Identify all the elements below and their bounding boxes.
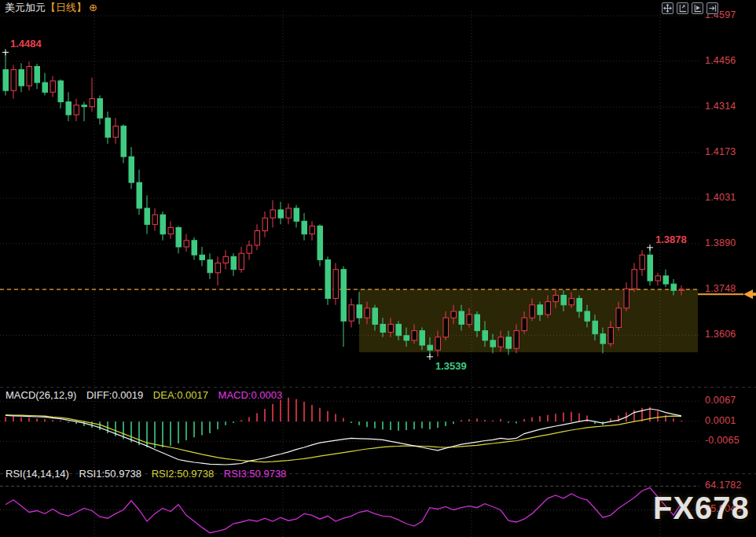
candle-down	[160, 215, 166, 234]
candle-down	[585, 311, 590, 321]
price-axis-label: 1.3890	[705, 237, 736, 248]
candle-down	[19, 70, 24, 86]
macd-macd-value: MACD:0.0003	[218, 389, 283, 401]
candle-down	[294, 208, 299, 221]
candle-up	[365, 308, 370, 318]
rsi-line	[6, 487, 681, 532]
jump-to-latest-icon	[708, 4, 717, 13]
low-price-label: 1.3539	[435, 360, 467, 372]
macd-axis-label: -0.0065	[705, 435, 739, 446]
candle-up	[655, 276, 661, 281]
candle-down	[483, 331, 488, 340]
candle-up	[530, 305, 535, 318]
auto-scroll-icon	[693, 4, 702, 13]
rsi-axis-label: 64.1782	[705, 480, 742, 491]
support-zone	[359, 289, 698, 352]
candle-down	[121, 126, 127, 156]
candle-down	[357, 305, 362, 318]
rsi-readout: RSI(14,14,14) RSI1:50.9738 RSI2:50.9738 …	[6, 468, 293, 480]
candle-down	[176, 227, 182, 247]
candle-down	[490, 340, 496, 347]
candle-up	[152, 215, 158, 224]
macd-readout: MACD(26,12,9) DIFF:0.0019 DEA:0.0017 MAC…	[6, 389, 289, 401]
price-axis-label: 1.4456	[705, 55, 736, 66]
candle-down	[145, 208, 150, 225]
price-axis-label: 1.3606	[705, 329, 736, 340]
candle-up	[522, 318, 527, 330]
macd-diff-line	[6, 409, 681, 465]
auto-scroll-button[interactable]	[692, 2, 703, 14]
candle-down	[137, 182, 142, 208]
candle-up	[679, 289, 684, 290]
candle-up	[11, 70, 17, 91]
candle-down	[129, 156, 134, 182]
chart-canvas[interactable]	[0, 0, 756, 537]
macd-dea-line	[6, 415, 681, 462]
candle-up	[498, 337, 504, 347]
current-price-arrow-icon	[743, 289, 756, 299]
macd-axis-label: 0.0067	[705, 395, 736, 406]
candle-up	[467, 314, 472, 324]
candle-down	[648, 255, 653, 281]
candle-down	[538, 305, 543, 314]
period-label[interactable]: 【日线】	[46, 2, 86, 13]
candle-down	[82, 105, 87, 107]
candle-up	[616, 308, 622, 328]
candle-down	[459, 311, 464, 324]
macd-params-label: MACD(26,12,9)	[6, 389, 76, 401]
axis-scale-icon	[678, 4, 687, 13]
candle-down	[420, 331, 425, 345]
candle-down	[663, 276, 669, 284]
candle-down	[475, 314, 480, 331]
price-axis-label: 1.4173	[705, 146, 736, 157]
jump-to-latest-button[interactable]	[706, 2, 718, 14]
candle-down	[207, 259, 213, 272]
candle-down	[302, 221, 307, 234]
candle-down	[42, 83, 48, 92]
high-price-label: 1.4484	[10, 38, 42, 50]
pan-tool-button[interactable]	[662, 2, 673, 14]
candle-down	[97, 99, 103, 119]
candle-down	[372, 308, 378, 325]
add-indicator-icon[interactable]: ⊕	[89, 2, 97, 13]
candle-up	[624, 289, 629, 308]
candle-down	[506, 337, 512, 348]
candle-down	[428, 345, 433, 350]
candle-up	[608, 328, 614, 344]
candle-down	[600, 334, 606, 344]
candle-up	[333, 270, 339, 299]
candle-up	[113, 126, 119, 137]
candle-down	[380, 324, 386, 332]
candle-down	[35, 67, 40, 83]
rsi1-value: RSI1:50.9738	[79, 468, 142, 480]
candle-up	[223, 256, 229, 263]
candle-up	[388, 324, 394, 332]
candle-down	[396, 324, 402, 335]
candle-up	[215, 263, 221, 273]
candle-up	[27, 67, 32, 86]
macd-dea-value: DEA:0.0017	[153, 389, 208, 401]
candle-down	[325, 259, 331, 298]
candle-down	[58, 81, 64, 102]
candle-up	[310, 226, 315, 234]
candle-up	[553, 296, 559, 302]
candle-down	[341, 270, 347, 322]
macd-axis-label: 0.0001	[705, 415, 736, 426]
macd-diff-value: DIFF:0.0019	[86, 389, 143, 401]
axis-scale-button[interactable]	[677, 2, 688, 14]
candle-up	[632, 270, 637, 289]
titlebar: 美元加元【日线】⊕	[5, 1, 97, 15]
rsi3-value: RSI3:50.9738	[224, 468, 287, 480]
candle-up	[74, 105, 79, 115]
pan-icon	[663, 4, 672, 13]
candle-down	[231, 256, 237, 269]
candle-up	[184, 241, 189, 247]
candle-down	[404, 336, 409, 340]
candle-down	[192, 241, 197, 255]
candle-up	[569, 299, 574, 305]
candle-up	[286, 208, 292, 218]
candle-up	[349, 305, 354, 322]
symbol-title: 美元加元	[5, 2, 46, 13]
price-axis-label: 1.3748	[705, 283, 736, 294]
candle-down	[561, 296, 567, 305]
